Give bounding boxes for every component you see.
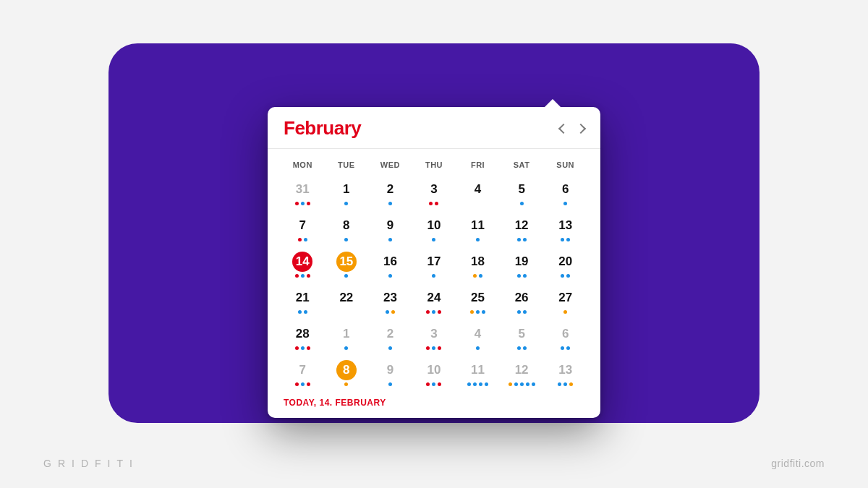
day-number: 26 xyxy=(511,288,532,308)
event-dots xyxy=(476,238,480,242)
calendar-day[interactable]: 9 xyxy=(368,215,412,247)
event-dot xyxy=(304,310,307,314)
event-dot xyxy=(523,274,527,278)
backdrop-card: February MONTUEWEDTHUFRISATSUN3112345678… xyxy=(109,43,760,423)
event-dot xyxy=(301,346,305,350)
calendar-day[interactable]: 11 xyxy=(456,215,500,247)
calendar-day[interactable]: 20 xyxy=(543,252,587,283)
event-dots xyxy=(467,382,488,387)
event-dots xyxy=(476,346,480,351)
day-of-week-label: MON xyxy=(281,156,325,175)
calendar-day[interactable]: 2 xyxy=(368,179,412,211)
calendar-day[interactable]: 26 xyxy=(500,288,544,320)
event-dot xyxy=(561,346,564,350)
calendar-day[interactable]: 11 xyxy=(456,360,500,392)
calendar-day[interactable]: 4 xyxy=(456,324,500,356)
day-number: 21 xyxy=(292,288,312,308)
day-number: 14 xyxy=(292,252,312,272)
day-number: 6 xyxy=(556,179,576,200)
event-dots xyxy=(432,274,435,278)
event-dot xyxy=(344,274,348,278)
event-dots xyxy=(429,202,438,206)
day-number: 11 xyxy=(468,215,488,236)
calendar-day[interactable]: 9 xyxy=(368,360,412,392)
calendar-day[interactable]: 24 xyxy=(412,288,456,320)
event-dot xyxy=(388,382,392,386)
day-of-week-label: SUN xyxy=(543,156,587,175)
calendar-day[interactable]: 19 xyxy=(500,252,544,283)
calendar-day[interactable]: 18 xyxy=(456,252,500,283)
event-dot xyxy=(476,346,480,350)
event-dot xyxy=(514,382,518,386)
day-number: 1 xyxy=(336,179,357,200)
calendar-day[interactable]: 12 xyxy=(500,360,544,392)
day-number: 13 xyxy=(556,215,576,236)
calendar-day[interactable]: 14 xyxy=(281,252,325,283)
event-dot xyxy=(485,382,488,386)
calendar-day[interactable]: 21 xyxy=(281,288,325,320)
calendar-day[interactable]: 7 xyxy=(281,360,325,392)
event-dot xyxy=(307,346,310,350)
calendar-day[interactable]: 10 xyxy=(412,215,456,247)
calendar-day[interactable]: 4 xyxy=(456,179,500,211)
calendar-day[interactable]: 10 xyxy=(412,360,456,392)
calendar-grid: MONTUEWEDTHUFRISATSUN3112345678910111213… xyxy=(268,149,600,395)
day-number: 4 xyxy=(468,324,488,344)
calendar-day[interactable]: 15 xyxy=(325,252,369,283)
calendar-day[interactable]: 1 xyxy=(325,324,369,356)
calendar-nav xyxy=(560,125,584,132)
calendar-day[interactable]: 8 xyxy=(325,360,369,392)
event-dot xyxy=(388,346,392,350)
event-dot xyxy=(561,238,564,241)
event-dots xyxy=(517,346,527,351)
event-dots xyxy=(426,346,441,351)
event-dot xyxy=(295,346,299,350)
calendar-day[interactable]: 22 xyxy=(325,288,369,320)
calendar-day[interactable]: 2 xyxy=(368,324,412,356)
calendar-day[interactable]: 31 xyxy=(281,179,325,211)
calendar-day[interactable]: 3 xyxy=(412,179,456,211)
day-number: 11 xyxy=(468,360,488,380)
event-dot xyxy=(476,310,480,314)
event-dot xyxy=(435,202,438,205)
calendar-day[interactable]: 25 xyxy=(456,288,500,320)
event-dot xyxy=(566,238,570,241)
calendar-day[interactable]: 3 xyxy=(412,324,456,356)
day-number: 31 xyxy=(292,179,312,200)
event-dots xyxy=(509,382,535,387)
event-dots xyxy=(295,202,310,206)
calendar-day[interactable]: 13 xyxy=(543,360,587,392)
calendar-day[interactable]: 28 xyxy=(281,324,325,356)
day-number: 12 xyxy=(511,215,532,236)
event-dot xyxy=(517,238,521,241)
calendar-day[interactable]: 5 xyxy=(500,179,544,211)
calendar-day[interactable]: 6 xyxy=(543,324,587,356)
calendar-day[interactable]: 5 xyxy=(500,324,544,356)
event-dot xyxy=(432,346,435,350)
event-dots xyxy=(388,346,392,351)
event-dot xyxy=(307,202,310,205)
event-dot xyxy=(426,310,430,314)
calendar-day[interactable]: 1 xyxy=(325,179,369,211)
day-of-week-label: WED xyxy=(368,156,412,175)
chevron-left-icon[interactable] xyxy=(558,123,569,133)
day-number: 9 xyxy=(380,360,400,380)
event-dot xyxy=(482,310,485,314)
event-dots xyxy=(344,274,348,278)
calendar-day[interactable]: 6 xyxy=(543,179,587,211)
event-dot xyxy=(467,382,471,386)
calendar-day[interactable]: 8 xyxy=(325,215,369,247)
event-dots xyxy=(520,202,524,206)
calendar-day[interactable]: 17 xyxy=(412,252,456,283)
calendar-day[interactable]: 13 xyxy=(543,215,587,247)
event-dot xyxy=(429,202,433,205)
calendar-day[interactable]: 16 xyxy=(368,252,412,283)
calendar-day[interactable]: 12 xyxy=(500,215,544,247)
event-dot xyxy=(479,382,482,386)
calendar-day[interactable]: 7 xyxy=(281,215,325,247)
chevron-right-icon[interactable] xyxy=(576,123,586,133)
calendar-day[interactable]: 23 xyxy=(368,288,412,320)
day-number: 12 xyxy=(511,360,532,380)
calendar-day[interactable]: 27 xyxy=(543,288,587,320)
event-dot xyxy=(473,274,477,278)
